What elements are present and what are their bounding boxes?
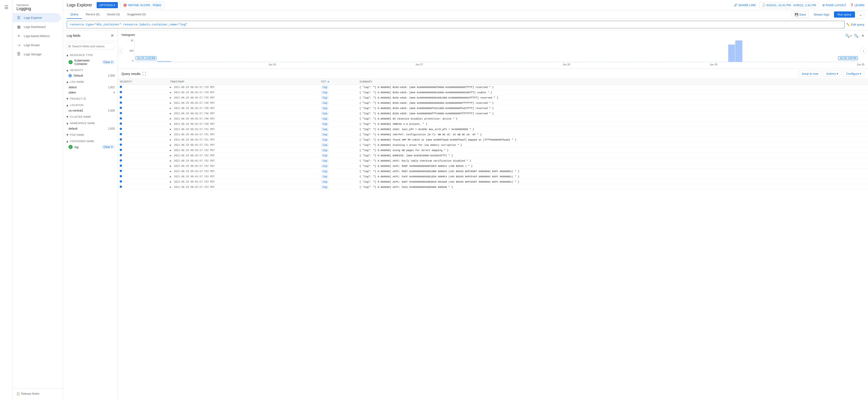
table-row[interactable]: ▶ 2021-06-29 08:45:57.743 PDT log { "log… [118,184,868,190]
share-link-button[interactable]: 🔗 SHARE LINK [734,3,756,7]
sidebar-item-logs-router[interactable]: ⇢ Logs Router [13,40,61,50]
expand-row-icon[interactable]: ▶ [170,180,172,183]
table-row[interactable]: ▶ 2021-06-29 08:45:57.742 PDT log { "log… [118,158,868,163]
stream-logs-button[interactable]: Stream logs [811,11,832,18]
expand-row-icon[interactable]: ▶ [170,138,172,141]
field-stderr[interactable]: stderr 4 [63,90,118,95]
table-row[interactable]: ▶ 2021-06-29 08:45:57.740 PDT log { "log… [118,100,868,105]
zoom-out-icon[interactable]: 🔍- [854,34,860,38]
close-panel-icon[interactable]: ✕ [111,33,114,38]
field-default-namespace[interactable]: default 1,826 [63,126,118,131]
field-stdout[interactable]: stdout 1,822 [63,85,118,90]
col-pdt[interactable]: PDT ▾ [319,79,358,85]
table-row[interactable]: ▶ 2021-06-29 08:45:57.743 PDT log { "log… [118,174,868,179]
table-row[interactable]: ▶ 2021-06-29 08:45:57.743 PDT log { "log… [118,179,868,184]
table-row[interactable]: ▶ 2021-06-29 08:45:57.739 PDT log { "log… [118,90,868,95]
expand-row-icon[interactable]: ▶ [170,133,172,136]
table-row[interactable]: ▶ 2021-06-29 08:45:57.742 PDT log { "log… [118,163,868,168]
section-pod-name-header[interactable]: ▼ POD NAME [63,131,118,137]
section-namespace-name-header[interactable]: ▲ NAMESPACE NAME [63,120,118,126]
page-layout-button[interactable]: ⊞ PAGE LAYOUT [822,3,846,7]
zoom-in-icon[interactable]: 🔍+ [845,34,852,38]
expand-row-icon[interactable]: ▶ [170,186,172,188]
expand-row-icon[interactable]: ▶ [170,107,172,110]
field-default-severity[interactable]: Default 1,826 [63,73,118,78]
expand-row-icon[interactable]: ▶ [170,175,172,178]
expand-row-icon[interactable]: ▶ [170,144,172,147]
field-log-container[interactable]: ✓ log Clear ✕ [63,144,118,150]
section-location-header[interactable]: ▲ LOCATION [63,101,118,108]
table-row[interactable]: ▶ 2021-06-29 08:45:57.741 PDT log { "log… [118,132,868,137]
field-us-central1[interactable]: us-central1 1,826 [63,108,118,113]
actions-button[interactable]: Actions ▾ [823,71,841,77]
save-button[interactable]: 💾 Save [792,11,809,18]
learn-button[interactable]: ❓ LEARN [850,3,864,7]
sidebar-item-logs-storage[interactable]: 🗄 Logs Storage [13,50,61,59]
severity-dot [120,170,122,172]
options-button[interactable]: OPTIONS ▾ [97,2,118,8]
release-notes-link[interactable]: 📋 Release Notes [17,392,59,395]
section-project-id-header[interactable]: ▼ PROJECT ID [63,95,118,101]
expand-row-icon[interactable]: ▶ [170,122,172,125]
search-fields-input-container[interactable]: ⊟ [66,43,115,50]
table-row[interactable]: ▶ 2021-06-29 08:45:57.741 PDT log { "log… [118,142,868,148]
edit-query-button[interactable]: ✏️ Edit query [846,23,864,26]
expand-row-icon[interactable]: ▶ [170,86,172,89]
cell-timestamp: ▶ 2021-06-29 08:45:57.740 PDT [168,116,319,121]
expand-row-icon[interactable]: ▶ [170,170,172,173]
table-row[interactable]: ▶ 2021-06-29 08:45:57.741 PDT log { "log… [118,127,868,132]
histogram-bar [309,62,316,62]
table-row[interactable]: ▶ 2021-06-29 08:45:57.740 PDT log { "log… [118,121,868,127]
expand-row-icon[interactable]: ▶ [170,91,172,94]
tab-recent[interactable]: Recent (6) [82,10,103,19]
table-row[interactable]: ▶ 2021-06-29 08:45:57.740 PDT log { "log… [118,116,868,121]
expand-row-icon[interactable]: ▶ [170,117,172,120]
section-log-name-header[interactable]: ▲ LOG NAME [63,78,118,85]
histogram-prev-button[interactable]: ‹ [118,48,123,54]
table-row[interactable]: ▶ 2021-06-29 08:45:57.743 PDT log { "log… [118,168,868,174]
table-row[interactable]: ▶ 2021-06-29 08:45:57.739 PDT log { "log… [118,95,868,100]
clear-container-button[interactable]: Clear ✕ [102,145,115,149]
refine-scope-button[interactable]: 🎯 REFINE SCOPE Project [121,2,165,8]
table-row[interactable]: ▶ 2021-06-29 08:45:57.740 PDT log { "log… [118,105,868,111]
run-query-button[interactable]: Run query [834,11,855,18]
search-fields-input[interactable] [72,44,113,48]
tab-query[interactable]: Query [67,10,82,19]
section-resource-type-header[interactable]: ▲ RESOURCE TYPE [63,52,118,58]
field-kubernetes-container[interactable]: ✓ Kubernetes Container Clear ✕ [63,58,118,66]
more-options-button[interactable]: ⌄ [857,11,864,18]
section-cluster-name-header[interactable]: ▼ CLUSTER NAME [63,113,118,120]
section-container-name-header[interactable]: ▲ CONTAINER NAME [63,137,118,144]
expand-icon[interactable]: ⛶ [142,72,146,76]
clear-resource-button[interactable]: Clear ✕ [102,60,115,64]
hamburger-menu-icon[interactable]: ☰ [2,3,11,12]
table-row[interactable]: ▶ 2021-06-29 08:45:57.740 PDT log { "log… [118,111,868,116]
expand-row-icon[interactable]: ▶ [170,128,172,131]
expand-row-icon[interactable]: ▶ [170,101,172,104]
expand-row-icon[interactable]: ▶ [170,112,172,115]
sidebar-item-logs-dashboard[interactable]: ▦ Logs Dashboard [13,22,61,31]
expand-row-icon[interactable]: ▶ [170,96,172,99]
expand-row-icon[interactable]: ▶ [170,159,172,162]
expand-row-icon[interactable]: ▶ [170,154,172,157]
histogram-bar [468,62,475,62]
expand-row-icon[interactable]: ▶ [170,149,172,152]
sidebar-item-logs-explorer[interactable]: ☰ Logs Explorer [13,13,61,22]
table-row[interactable]: ▶ 2021-06-29 08:45:57.742 PDT log { "log… [118,148,868,153]
date-range-picker[interactable]: 🕐 6/24/21, 12:41 PM - 6/30/21, 1:41 PM [760,2,819,8]
tab-saved[interactable]: Saved (0) [103,10,123,19]
section-severity-header[interactable]: ▲ SEVERITY [63,66,118,73]
configure-button[interactable]: Configure ▾ [843,71,864,77]
tab-suggested[interactable]: Suggested (0) [123,10,149,19]
sidebar-item-logs-metrics[interactable]: ≡ Logs-based Metrics [13,31,61,40]
jump-to-now-button[interactable]: Jump to now [799,71,822,77]
table-row[interactable]: ▶ 2021-06-29 08:45:57.742 PDT log { "log… [118,153,868,158]
histogram-next-button[interactable]: › [860,48,867,54]
table-row[interactable]: ▶ 2021-06-29 08:45:57.739 PDT log { "log… [118,85,868,90]
filter-icon[interactable]: ▾ [327,80,330,83]
query-input[interactable] [67,21,844,28]
histogram-bar [237,62,244,62]
expand-row-icon[interactable]: ▶ [170,164,172,167]
table-row[interactable]: ▶ 2021-06-29 08:45:57.741 PDT log { "log… [118,137,868,142]
close-histogram-icon[interactable]: ✕ [861,34,864,38]
